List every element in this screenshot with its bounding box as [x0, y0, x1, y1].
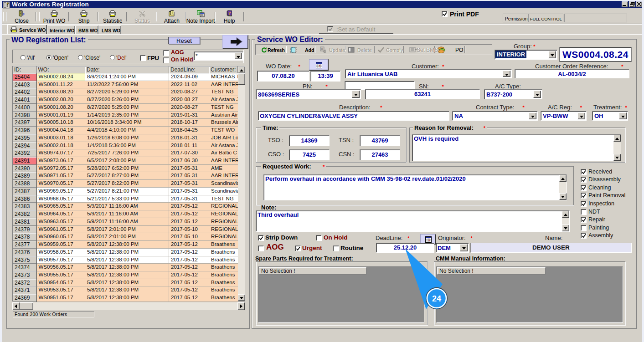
svg-text:B: B	[321, 47, 323, 51]
svg-text:?: ?	[228, 11, 231, 15]
svg-text:24: 24	[432, 294, 441, 303]
